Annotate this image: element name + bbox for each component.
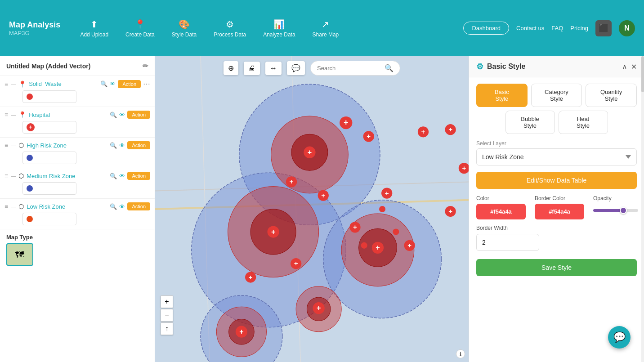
solid-waste-preview [22, 90, 76, 103]
panel-close-button[interactable]: ✕ [631, 63, 637, 71]
nav-add-upload[interactable]: ⬆ Add Upload [74, 15, 115, 41]
action-btn-high-risk[interactable]: Action [127, 141, 150, 149]
svg-text:+: + [385, 189, 389, 197]
nav-analyze-data-label: Analyze Data [263, 31, 295, 38]
zoom-icon-low-risk[interactable]: 🔍 [110, 203, 117, 210]
drag-handle-low-risk[interactable]: ≡ [4, 203, 8, 210]
svg-text:+: + [448, 125, 452, 133]
scrollbar-track [641, 56, 644, 362]
map-zoom-controls: + − ↑ [161, 295, 173, 335]
high-risk-actions: 🔍 👁 Action [110, 141, 150, 149]
solid-waste-layer-icon: 📍 [18, 80, 26, 88]
action-btn-hospital[interactable]: Action [127, 111, 150, 119]
map-type-label: Map Type [6, 234, 148, 241]
svg-text:+: + [239, 327, 243, 335]
zoom-icon-solid-waste[interactable]: 🔍 [100, 80, 107, 87]
svg-text:+: + [321, 192, 325, 199]
drag-handle-high-risk[interactable]: ≡ [4, 142, 8, 149]
map-tool-popup[interactable]: 💬 [287, 61, 305, 75]
map-tool-print[interactable]: 🖨 [244, 62, 260, 75]
pricing-link[interactable]: Pricing [570, 25, 588, 31]
zoom-icon-hospital[interactable]: 🔍 [110, 112, 117, 118]
brand-logo[interactable]: Map Analysis MAP3G [9, 20, 60, 36]
edit-show-data-table-button[interactable]: Edit/Show Data Table [476, 172, 637, 189]
svg-text:+: + [249, 273, 253, 281]
map-name-title: Untitled Map (Added Vector) [6, 63, 90, 70]
bubble-style-button[interactable]: BubbleStyle [505, 111, 555, 134]
user-avatar[interactable]: N [619, 20, 635, 36]
faq-link[interactable]: FAQ [551, 25, 563, 31]
border-width-label: Border Width [476, 225, 637, 231]
zoom-icon-medium-risk[interactable]: 🔍 [110, 173, 117, 179]
panel-title-icon: ⚙ [476, 62, 483, 72]
svg-text:+: + [344, 118, 349, 127]
layer-item-hospital: ≡ — 📍 Hospital 🔍 👁 Action + [0, 107, 155, 138]
category-style-button[interactable]: CategoryStyle [531, 84, 582, 107]
svg-text:+: + [294, 259, 298, 267]
nav-process-data-label: Process Data [214, 31, 246, 38]
nav-style-data[interactable]: 🎨 Style Data [165, 15, 203, 41]
options-icon-solid-waste[interactable]: ⋯ [143, 80, 150, 88]
eye-icon-high-risk[interactable]: 👁 [119, 142, 125, 149]
zoom-out-button[interactable]: − [161, 309, 173, 322]
solid-waste-actions: 🔍 👁 Action ⋯ [100, 80, 150, 88]
nav-share-map-label: Share Map [313, 31, 339, 38]
drag-handle-medium-risk[interactable]: ≡ [4, 172, 8, 179]
action-btn-medium-risk[interactable]: Action [127, 172, 150, 180]
scrollbar-thumb[interactable] [641, 56, 644, 92]
svg-text:+: + [448, 207, 452, 215]
high-risk-preview [22, 152, 76, 164]
action-btn-low-risk[interactable]: Action [127, 202, 150, 210]
drag-handle-icon[interactable]: ≡ [4, 80, 8, 88]
edit-map-name-icon[interactable]: ✏ [143, 62, 148, 70]
map-search-input[interactable] [317, 65, 382, 72]
dashboard-button[interactable]: Dashboard [463, 22, 509, 35]
layer-select-dropdown[interactable]: Low Risk Zone Medium Risk Zone High Risk… [476, 148, 637, 165]
nav-create-data-label: Create Data [125, 31, 155, 38]
map-search-icon[interactable]: 🔍 [385, 64, 394, 72]
save-style-button[interactable]: Save Style [476, 259, 637, 276]
eye-icon-low-risk[interactable]: 👁 [119, 203, 125, 210]
analyze-data-icon: 📊 [273, 19, 285, 30]
svg-point-56 [361, 242, 367, 249]
nav-create-data[interactable]: 📍 Create Data [119, 15, 161, 41]
zoom-icon-high-risk[interactable]: 🔍 [110, 142, 117, 149]
svg-text:+: + [421, 128, 425, 135]
eye-icon-medium-risk[interactable]: 👁 [119, 173, 125, 179]
map-tool-measure[interactable]: ↔ [265, 62, 282, 75]
basic-style-button[interactable]: BasicStyle [476, 84, 528, 107]
nav-process-data[interactable]: ⚙ Process Data [207, 15, 252, 41]
nav-share-map[interactable]: ↗ Share Map [306, 15, 345, 41]
opacity-slider[interactable] [593, 209, 638, 212]
map-info-badge[interactable]: ℹ [456, 349, 465, 358]
nav-right-section: Dashboard Contact us FAQ Pricing ⬛ N [463, 20, 635, 36]
map-type-thumbnail[interactable]: 🗺 [6, 243, 33, 266]
heat-style-button[interactable]: HeatStyle [559, 111, 608, 134]
chat-fab-button[interactable]: 💬 [608, 326, 631, 349]
map-tool-crosshair[interactable]: ⊕ [224, 61, 238, 75]
medium-risk-preview [22, 182, 76, 195]
border-width-input[interactable] [476, 234, 539, 251]
action-btn-solid-waste[interactable]: Action [118, 80, 141, 88]
low-risk-dot [27, 216, 33, 222]
color-swatch[interactable]: #f54a4a [476, 204, 526, 219]
eye-icon-hospital[interactable]: 👁 [119, 112, 125, 118]
map-container[interactable]: ⊕ 🖨 ↔ 💬 🔍 [155, 56, 469, 362]
cube-icon[interactable]: ⬛ [595, 20, 612, 36]
opacity-label: Opacity [593, 195, 638, 201]
nav-analyze-data[interactable]: 📊 Analyze Data [257, 15, 301, 41]
create-data-icon: 📍 [134, 19, 146, 30]
contact-us-link[interactable]: Contact us [516, 25, 544, 31]
panel-collapse-button[interactable]: ∧ [622, 63, 627, 71]
hospital-layer-name: Hospital [29, 112, 107, 118]
eye-icon-solid-waste[interactable]: 👁 [110, 80, 116, 87]
svg-text:+: + [317, 304, 321, 312]
hospital-preview: + [22, 121, 76, 134]
drag-handle-hospital[interactable]: ≡ [4, 111, 8, 118]
quantity-style-button[interactable]: QuantityStyle [586, 84, 637, 107]
svg-text:+: + [271, 228, 275, 236]
zoom-in-button[interactable]: + [161, 295, 173, 308]
border-color-swatch[interactable]: #f54a4a [535, 204, 584, 219]
svg-text:+: + [407, 241, 411, 249]
north-button[interactable]: ↑ [161, 322, 173, 335]
